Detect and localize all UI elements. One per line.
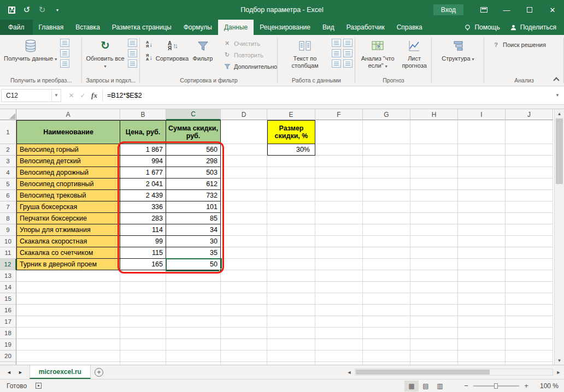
cell-J19[interactable] — [506, 339, 553, 351]
cell-A7[interactable]: Груша боксерская — [16, 201, 120, 213]
scroll-right-icon[interactable]: ► — [555, 370, 562, 375]
vertical-scrollbar[interactable]: ▲ ▼ — [554, 109, 564, 365]
cell-F3[interactable] — [315, 156, 363, 167]
cell-F5[interactable] — [315, 179, 363, 190]
cell-F17[interactable] — [315, 316, 363, 328]
cell-H8[interactable] — [410, 213, 458, 224]
cell-B16[interactable] — [120, 305, 166, 316]
cell-D3[interactable] — [221, 156, 267, 167]
zoom-in-button[interactable]: + — [521, 382, 531, 390]
zoom-out-button[interactable]: − — [461, 382, 471, 390]
sort-button[interactable]: АЯ↑↓ Сортировка — [157, 37, 187, 62]
sort-az-button[interactable]: АЯ↓ — [142, 38, 156, 50]
cell-D13[interactable] — [221, 270, 267, 282]
cell-E2[interactable]: 30% — [267, 144, 315, 156]
cell-G14[interactable] — [363, 282, 410, 293]
cell-E14[interactable] — [267, 282, 315, 293]
cell-A6[interactable]: Велосипед трековый — [16, 190, 120, 201]
cell-A10[interactable]: Скакалка скоростная — [16, 236, 120, 247]
cell-J16[interactable] — [506, 305, 553, 316]
cell-F4[interactable] — [315, 167, 363, 179]
close-button[interactable]: ✕ — [541, 0, 564, 20]
cell-H9[interactable] — [410, 224, 458, 236]
cell-H4[interactable] — [410, 167, 458, 179]
ribbon-tab-review[interactable]: Рецензирование — [254, 20, 316, 35]
cell-I1[interactable] — [458, 120, 506, 144]
cell-B2[interactable]: 1 867 — [120, 144, 166, 156]
cell-E18[interactable] — [267, 328, 315, 339]
forecast-sheet-button[interactable]: Лист прогноза — [398, 37, 430, 69]
cell-C10[interactable]: 30 — [166, 236, 221, 247]
cell-F20[interactable] — [315, 351, 363, 362]
cell-H14[interactable] — [410, 282, 458, 293]
cell-G7[interactable] — [363, 201, 410, 213]
cell-J5[interactable] — [506, 179, 553, 190]
cell-J20[interactable] — [506, 351, 553, 362]
cell-J12[interactable] — [506, 259, 553, 270]
cell-C19[interactable] — [166, 339, 221, 351]
cell-I9[interactable] — [458, 224, 506, 236]
column-header-B[interactable]: B — [120, 109, 166, 120]
cell-E7[interactable] — [267, 201, 315, 213]
outline-button[interactable]: Структура ▾ — [439, 37, 476, 62]
cell-H21[interactable] — [410, 362, 458, 365]
filter-button[interactable]: Фильтр — [187, 37, 218, 62]
new-sheet-button[interactable]: + — [91, 365, 107, 379]
cell-B1[interactable]: Цена, руб. — [120, 120, 166, 144]
cell-E17[interactable] — [267, 316, 315, 328]
refresh-all-button[interactable]: ↻ Обновить все ▾ — [84, 37, 127, 69]
row-header-12[interactable]: 12 — [0, 259, 16, 270]
cell-G9[interactable] — [363, 224, 410, 236]
cell-I10[interactable] — [458, 236, 506, 247]
sort-za-button[interactable]: ЯА↓ — [142, 51, 156, 63]
cell-I11[interactable] — [458, 247, 506, 259]
cell-A17[interactable] — [16, 316, 120, 328]
tell-me-button[interactable]: Помощь — [464, 23, 500, 31]
cell-I17[interactable] — [458, 316, 506, 328]
cell-F8[interactable] — [315, 213, 363, 224]
row-header-13[interactable]: 13 — [0, 270, 16, 282]
cell-E15[interactable] — [267, 293, 315, 305]
cell-I12[interactable] — [458, 259, 506, 270]
cell-B13[interactable] — [120, 270, 166, 282]
cell-G8[interactable] — [363, 213, 410, 224]
cell-B6[interactable]: 2 439 — [120, 190, 166, 201]
cell-B8[interactable]: 283 — [120, 213, 166, 224]
row-header-21[interactable]: 21 — [0, 362, 16, 365]
cell-J6[interactable] — [506, 190, 553, 201]
cell-H20[interactable] — [410, 351, 458, 362]
sign-in-button[interactable]: Вход — [433, 4, 463, 15]
previous-sheet-icon[interactable]: ◄ — [7, 370, 11, 375]
cancel-icon[interactable]: ✕ — [66, 90, 77, 101]
cell-I5[interactable] — [458, 179, 506, 190]
ribbon-tab-help[interactable]: Справка — [391, 20, 428, 35]
cell-J11[interactable] — [506, 247, 553, 259]
row-header-3[interactable]: 3 — [0, 156, 16, 167]
customize-qat-button[interactable]: ▾ — [50, 3, 64, 17]
cell-C18[interactable] — [166, 328, 221, 339]
cell-B9[interactable]: 114 — [120, 224, 166, 236]
cell-H19[interactable] — [410, 339, 458, 351]
cell-J15[interactable] — [506, 293, 553, 305]
select-all-button[interactable] — [0, 109, 16, 120]
row-header-14[interactable]: 14 — [0, 282, 16, 293]
cell-B12[interactable]: 165 — [120, 259, 166, 270]
zoom-slider-thumb[interactable] — [494, 383, 498, 389]
cell-G21[interactable] — [363, 362, 410, 365]
scroll-down-icon[interactable]: ▼ — [555, 356, 564, 365]
cell-C2[interactable]: 560 — [166, 144, 221, 156]
cell-D9[interactable] — [221, 224, 267, 236]
cell-H13[interactable] — [410, 270, 458, 282]
cell-D18[interactable] — [221, 328, 267, 339]
horizontal-scroll-thumb[interactable] — [356, 370, 490, 375]
cell-E21[interactable] — [267, 362, 315, 365]
cell-F21[interactable] — [315, 362, 363, 365]
cell-F2[interactable] — [315, 144, 363, 156]
row-header-11[interactable]: 11 — [0, 247, 16, 259]
fill-handle[interactable] — [219, 269, 222, 272]
cell-D21[interactable] — [221, 362, 267, 365]
cell-H2[interactable] — [410, 144, 458, 156]
cell-A16[interactable] — [16, 305, 120, 316]
existing-connections-icon[interactable] — [60, 60, 69, 68]
cell-J14[interactable] — [506, 282, 553, 293]
